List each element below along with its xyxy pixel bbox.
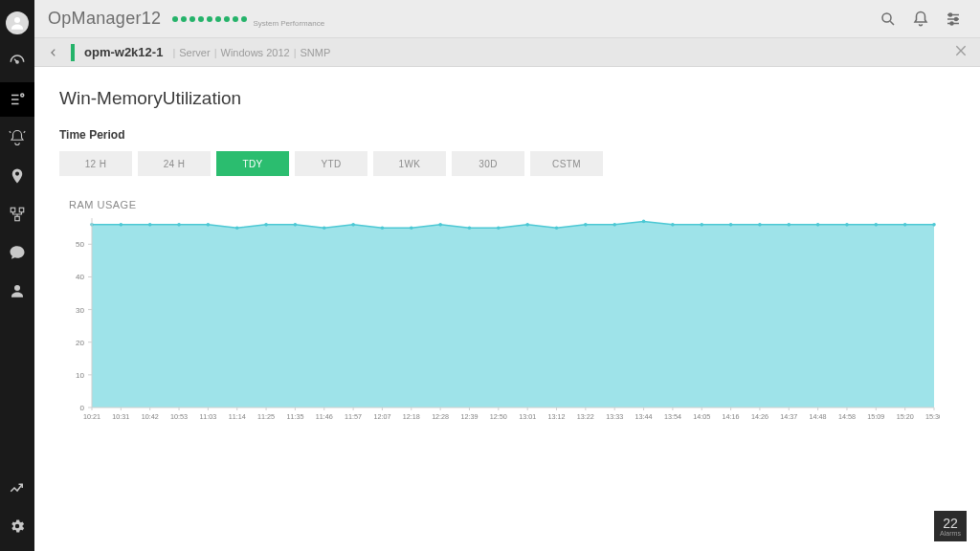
svg-point-41 (612, 223, 616, 227)
search-button[interactable] (875, 6, 902, 33)
content-area: Win-MemoryUtilization Time Period 12 H24… (34, 67, 980, 551)
svg-text:12:50: 12:50 (490, 412, 507, 421)
svg-text:15:30: 15:30 (925, 412, 940, 421)
period-24h[interactable]: 24 H (138, 151, 211, 176)
svg-point-8 (949, 13, 952, 16)
svg-text:20: 20 (76, 339, 84, 347)
sidebar-item-settings[interactable] (0, 509, 34, 543)
topbar: OpManager12 System Performance (34, 0, 980, 38)
svg-text:15:09: 15:09 (867, 412, 884, 421)
svg-point-28 (235, 226, 239, 230)
svg-text:13:01: 13:01 (519, 412, 536, 421)
sidebar-item-network[interactable] (0, 197, 34, 231)
svg-point-0 (14, 17, 20, 23)
svg-point-35 (438, 223, 442, 227)
svg-point-51 (903, 223, 907, 227)
chat-icon (9, 244, 26, 261)
page-title: Win-MemoryUtilization (59, 88, 955, 109)
svg-point-25 (148, 223, 152, 227)
sidebar-item-alerts[interactable] (0, 121, 34, 155)
period-ytd[interactable]: YTD (295, 151, 368, 176)
svg-text:13:22: 13:22 (577, 412, 594, 421)
time-period-label: Time Period (59, 128, 955, 142)
network-icon (9, 206, 26, 223)
svg-point-43 (671, 223, 675, 227)
svg-text:40: 40 (76, 273, 84, 281)
svg-point-50 (875, 223, 879, 227)
svg-point-29 (264, 223, 268, 227)
svg-text:12:28: 12:28 (432, 412, 449, 421)
svg-point-42 (642, 220, 646, 224)
svg-point-36 (468, 226, 472, 230)
growth-icon (9, 479, 26, 496)
sidebar-item-reports[interactable] (0, 471, 34, 505)
svg-text:0: 0 (80, 404, 85, 412)
user-avatar-icon (6, 11, 29, 34)
svg-point-46 (758, 223, 762, 227)
svg-text:12:07: 12:07 (373, 412, 390, 421)
svg-text:14:48: 14:48 (810, 412, 827, 421)
period-cstm[interactable]: CSTM (530, 151, 603, 176)
svg-rect-3 (11, 208, 15, 212)
svg-text:13:12: 13:12 (548, 412, 566, 421)
sidebar-item-dashboard[interactable] (0, 44, 34, 78)
breadcrumb-host: opm-w2k12-1 (84, 45, 163, 59)
back-button[interactable] (46, 45, 61, 60)
svg-text:12:18: 12:18 (403, 412, 420, 421)
perf-dots (172, 16, 247, 22)
sidebar-item-list[interactable] (0, 82, 34, 117)
svg-text:15:20: 15:20 (897, 412, 914, 421)
svg-text:12:39: 12:39 (460, 412, 478, 421)
filter-button[interactable] (940, 6, 967, 33)
sliders-icon (945, 11, 962, 28)
breadcrumb-os: Windows 2012 (221, 47, 290, 58)
svg-point-31 (323, 226, 326, 230)
chart-title: RAM USAGE (69, 199, 955, 210)
period-1wk[interactable]: 1WK (373, 151, 446, 176)
sidebar-item-maps[interactable] (0, 159, 34, 193)
svg-point-40 (584, 223, 588, 227)
svg-point-33 (381, 226, 385, 230)
breadcrumb-proto: SNMP (301, 47, 331, 58)
sidebar-item-user[interactable] (0, 274, 34, 308)
gear-icon (9, 518, 26, 535)
svg-rect-5 (15, 216, 20, 221)
alarms-button[interactable]: 22 Alarms (934, 511, 967, 541)
svg-text:10:42: 10:42 (142, 412, 159, 421)
svg-point-38 (525, 223, 529, 227)
bell-icon (912, 11, 929, 28)
svg-point-7 (882, 13, 891, 22)
gauge-icon (9, 53, 26, 70)
map-pin-icon (9, 167, 26, 185)
svg-point-44 (700, 223, 703, 227)
close-button[interactable] (953, 43, 969, 62)
svg-text:11:25: 11:25 (257, 412, 275, 421)
svg-text:10:31: 10:31 (112, 412, 129, 421)
alarms-count: 22 (943, 517, 958, 530)
svg-text:14:26: 14:26 (751, 412, 768, 421)
svg-text:14:05: 14:05 (693, 412, 710, 421)
svg-text:13:44: 13:44 (635, 412, 653, 421)
breadcrumb-accent (71, 44, 75, 61)
person-icon (9, 282, 26, 299)
svg-point-48 (816, 223, 820, 227)
sidebar-item-chat[interactable] (0, 235, 34, 270)
svg-text:50: 50 (76, 240, 84, 249)
perf-label: System Performance (253, 19, 324, 28)
svg-text:11:35: 11:35 (286, 412, 303, 421)
svg-rect-4 (19, 208, 24, 212)
list-check-icon (9, 91, 26, 108)
period-12h[interactable]: 12 H (59, 151, 132, 176)
svg-text:11:03: 11:03 (199, 412, 216, 421)
sidebar-item-profile[interactable] (0, 6, 34, 40)
chevron-left-icon (49, 48, 58, 57)
period-tdy[interactable]: TDY (216, 151, 289, 176)
notifications-button[interactable] (907, 6, 934, 33)
svg-point-30 (294, 223, 298, 227)
svg-point-10 (950, 22, 953, 25)
alarms-label: Alarms (940, 530, 961, 537)
breadcrumb-type: Server (179, 47, 210, 58)
period-30d[interactable]: 30D (452, 151, 524, 176)
bell-outline-icon (9, 129, 26, 146)
svg-point-2 (21, 94, 24, 97)
